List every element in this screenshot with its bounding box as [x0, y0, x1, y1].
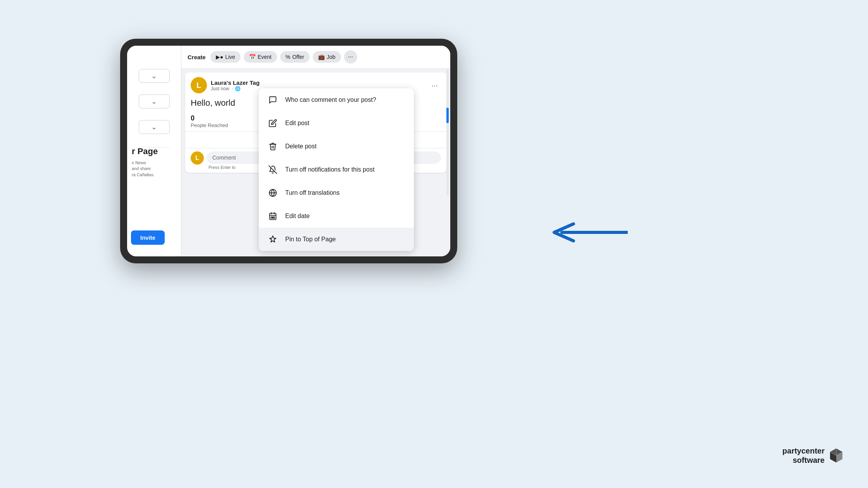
brand-name-line1: partycenter: [782, 446, 825, 455]
dropdown-label-turn-off-notifications: Turn off notifications for this post: [285, 166, 374, 173]
sidebar-chevron-3[interactable]: ⌄: [139, 120, 170, 134]
pin-icon: [266, 232, 280, 246]
calendar-icon: [266, 209, 280, 223]
live-icon: ▶●: [216, 54, 223, 60]
arrow-indicator: [550, 221, 628, 244]
edit-icon: [266, 116, 280, 130]
toolbar: Create ▶● Live 📅 Event % Offer 💼 Job ·: [181, 46, 450, 69]
commenter-avatar: L: [191, 151, 204, 165]
offer-button[interactable]: % Offer: [280, 51, 310, 63]
page-description: n News and share ra Cañallas.: [129, 160, 179, 178]
author-avatar: L: [191, 77, 207, 93]
live-button[interactable]: ▶● Live: [210, 51, 241, 63]
dropdown-item-turn-off-notifications[interactable]: Turn off notifications for this post: [259, 158, 414, 181]
bell-off-icon: [266, 163, 280, 177]
post-options-button[interactable]: ···: [428, 79, 441, 91]
page-label: r Page: [129, 146, 161, 156]
event-icon: 📅: [249, 54, 256, 60]
event-button[interactable]: 📅 Event: [244, 51, 277, 63]
dropdown-item-delete-post[interactable]: Delete post: [259, 135, 414, 158]
invite-button[interactable]: Invite: [131, 230, 165, 245]
comment-icon: [266, 93, 280, 107]
create-label: Create: [188, 54, 206, 60]
tablet-screen: ⌄ ⌄ ⌄ r Page n News and share ra Cañalla…: [127, 46, 450, 256]
scroll-thumb[interactable]: [446, 108, 449, 123]
dropdown-label-who-can-comment: Who can comment on your post?: [285, 96, 376, 103]
globe-icon: 🌐: [235, 86, 241, 91]
brand-logo: partycenter software: [782, 446, 845, 465]
svg-rect-7: [271, 217, 272, 218]
dropdown-item-pin-to-top[interactable]: Pin to Top of Page: [259, 228, 414, 251]
scroll-track: [446, 69, 449, 195]
dropdown-item-edit-post[interactable]: Edit post: [259, 112, 414, 135]
brand-cube-icon: [828, 447, 845, 464]
brand-name-line2: software: [782, 455, 825, 465]
tablet-frame: ⌄ ⌄ ⌄ r Page n News and share ra Cañalla…: [120, 39, 457, 263]
dropdown-label-pin-to-top: Pin to Top of Page: [285, 236, 336, 243]
dropdown-label-delete-post: Delete post: [285, 143, 317, 150]
sidebar-chevron-1[interactable]: ⌄: [139, 69, 170, 83]
more-button[interactable]: ···: [344, 50, 357, 64]
svg-rect-8: [273, 217, 275, 218]
sidebar-chevron-2[interactable]: ⌄: [139, 95, 170, 108]
globe-off-icon: [266, 186, 280, 200]
dropdown-item-edit-date[interactable]: Edit date: [259, 204, 414, 228]
trash-icon: [266, 139, 280, 153]
svg-rect-3: [270, 213, 276, 220]
dropdown-label-turn-off-translations: Turn off translations: [285, 189, 340, 196]
dropdown-menu: Who can comment on your post? Edit post: [259, 88, 414, 251]
dropdown-item-turn-off-translations[interactable]: Turn off translations: [259, 181, 414, 204]
main-content: Create ▶● Live 📅 Event % Offer 💼 Job ·: [181, 46, 450, 256]
dropdown-label-edit-date: Edit date: [285, 213, 310, 220]
offer-icon: %: [286, 54, 290, 60]
dropdown-item-who-can-comment[interactable]: Who can comment on your post?: [259, 88, 414, 112]
sidebar: ⌄ ⌄ ⌄ r Page n News and share ra Cañalla…: [127, 46, 181, 256]
job-icon: 💼: [318, 54, 325, 60]
svg-line-0: [269, 166, 277, 174]
post-author: Laura's Lazer Tag: [211, 79, 424, 86]
dropdown-label-edit-post: Edit post: [285, 120, 309, 127]
job-button[interactable]: 💼 Job: [313, 51, 341, 63]
